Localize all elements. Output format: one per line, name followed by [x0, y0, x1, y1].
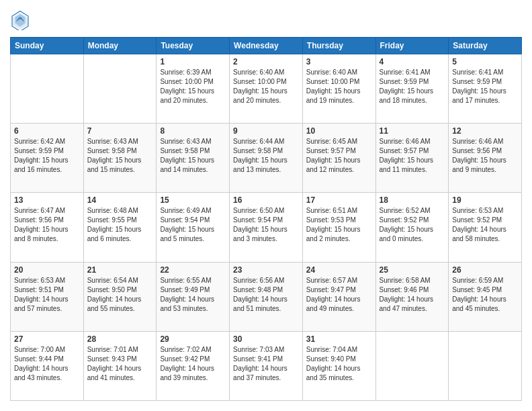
calendar-cell: 5Sunrise: 6:41 AM Sunset: 9:59 PM Daylig… — [449, 54, 522, 124]
calendar-cell: 2Sunrise: 6:40 AM Sunset: 10:00 PM Dayli… — [230, 54, 303, 124]
header — [10, 10, 522, 30]
day-number: 19 — [452, 195, 518, 205]
calendar-cell: 8Sunrise: 6:43 AM Sunset: 9:58 PM Daylig… — [157, 124, 230, 193]
day-info: Sunrise: 7:01 AM Sunset: 9:43 PM Dayligh… — [87, 345, 153, 383]
day-info: Sunrise: 6:39 AM Sunset: 10:00 PM Daylig… — [160, 68, 226, 105]
calendar-cell — [83, 54, 157, 124]
day-number: 7 — [87, 126, 153, 136]
logo — [10, 10, 34, 30]
week-row-3: 13Sunrise: 6:47 AM Sunset: 9:56 PM Dayli… — [11, 193, 522, 262]
day-info: Sunrise: 7:02 AM Sunset: 9:42 PM Dayligh… — [160, 345, 226, 383]
day-info: Sunrise: 6:53 AM Sunset: 9:52 PM Dayligh… — [452, 206, 518, 244]
day-number: 20 — [14, 265, 80, 275]
day-number: 23 — [233, 265, 299, 275]
day-info: Sunrise: 6:48 AM Sunset: 9:55 PM Dayligh… — [87, 206, 153, 244]
calendar-cell: 16Sunrise: 6:50 AM Sunset: 9:54 PM Dayli… — [230, 193, 303, 262]
day-number: 12 — [452, 126, 518, 136]
day-number: 31 — [306, 334, 372, 344]
calendar-cell: 12Sunrise: 6:46 AM Sunset: 9:56 PM Dayli… — [449, 124, 522, 193]
day-info: Sunrise: 6:54 AM Sunset: 9:50 PM Dayligh… — [87, 276, 153, 314]
day-info: Sunrise: 6:43 AM Sunset: 9:58 PM Dayligh… — [160, 137, 226, 175]
calendar: SundayMondayTuesdayWednesdayThursdayFrid… — [10, 37, 522, 401]
weekday-header-row: SundayMondayTuesdayWednesdayThursdayFrid… — [11, 38, 522, 54]
day-number: 10 — [306, 126, 372, 136]
week-row-4: 20Sunrise: 6:53 AM Sunset: 9:51 PM Dayli… — [11, 262, 522, 331]
calendar-cell: 14Sunrise: 6:48 AM Sunset: 9:55 PM Dayli… — [83, 193, 157, 262]
day-number: 14 — [87, 195, 153, 205]
calendar-cell: 30Sunrise: 7:03 AM Sunset: 9:41 PM Dayli… — [230, 331, 303, 400]
day-number: 18 — [380, 195, 445, 205]
day-info: Sunrise: 6:43 AM Sunset: 9:58 PM Dayligh… — [87, 137, 153, 175]
day-number: 16 — [233, 195, 299, 205]
day-info: Sunrise: 7:03 AM Sunset: 9:41 PM Dayligh… — [233, 345, 299, 383]
day-number: 2 — [233, 57, 299, 66]
calendar-cell: 21Sunrise: 6:54 AM Sunset: 9:50 PM Dayli… — [83, 262, 157, 331]
calendar-cell: 9Sunrise: 6:44 AM Sunset: 9:58 PM Daylig… — [230, 124, 303, 193]
weekday-header-sunday: Sunday — [11, 38, 84, 54]
day-number: 6 — [14, 126, 80, 136]
calendar-cell: 24Sunrise: 6:57 AM Sunset: 9:47 PM Dayli… — [302, 262, 375, 331]
calendar-cell: 18Sunrise: 6:52 AM Sunset: 9:52 PM Dayli… — [375, 193, 449, 262]
day-info: Sunrise: 6:42 AM Sunset: 9:59 PM Dayligh… — [14, 137, 80, 175]
calendar-cell: 4Sunrise: 6:41 AM Sunset: 9:59 PM Daylig… — [375, 54, 449, 124]
calendar-cell — [11, 54, 84, 124]
weekday-header-tuesday: Tuesday — [157, 38, 230, 54]
calendar-cell: 13Sunrise: 6:47 AM Sunset: 9:56 PM Dayli… — [11, 193, 84, 262]
calendar-cell — [449, 331, 522, 400]
day-number: 27 — [14, 334, 80, 344]
day-info: Sunrise: 6:58 AM Sunset: 9:46 PM Dayligh… — [380, 276, 445, 314]
day-info: Sunrise: 6:59 AM Sunset: 9:45 PM Dayligh… — [452, 276, 518, 314]
day-info: Sunrise: 6:41 AM Sunset: 9:59 PM Dayligh… — [452, 68, 518, 105]
calendar-cell: 26Sunrise: 6:59 AM Sunset: 9:45 PM Dayli… — [449, 262, 522, 331]
day-info: Sunrise: 7:04 AM Sunset: 9:40 PM Dayligh… — [306, 345, 372, 383]
week-row-1: 1Sunrise: 6:39 AM Sunset: 10:00 PM Dayli… — [11, 54, 522, 124]
day-info: Sunrise: 6:40 AM Sunset: 10:00 PM Daylig… — [306, 68, 372, 105]
calendar-cell: 27Sunrise: 7:00 AM Sunset: 9:44 PM Dayli… — [11, 331, 84, 400]
page: SundayMondayTuesdayWednesdayThursdayFrid… — [0, 0, 532, 411]
day-info: Sunrise: 6:57 AM Sunset: 9:47 PM Dayligh… — [306, 276, 372, 314]
day-info: Sunrise: 6:46 AM Sunset: 9:56 PM Dayligh… — [452, 137, 518, 175]
calendar-cell: 22Sunrise: 6:55 AM Sunset: 9:49 PM Dayli… — [157, 262, 230, 331]
calendar-cell: 23Sunrise: 6:56 AM Sunset: 9:48 PM Dayli… — [230, 262, 303, 331]
calendar-cell: 6Sunrise: 6:42 AM Sunset: 9:59 PM Daylig… — [11, 124, 84, 193]
calendar-cell: 7Sunrise: 6:43 AM Sunset: 9:58 PM Daylig… — [83, 124, 157, 193]
calendar-cell: 3Sunrise: 6:40 AM Sunset: 10:00 PM Dayli… — [302, 54, 375, 124]
weekday-header-friday: Friday — [375, 38, 449, 54]
day-number: 5 — [452, 57, 518, 66]
weekday-header-monday: Monday — [83, 38, 157, 54]
calendar-cell: 17Sunrise: 6:51 AM Sunset: 9:53 PM Dayli… — [302, 193, 375, 262]
day-number: 4 — [380, 57, 445, 66]
day-number: 22 — [160, 265, 226, 275]
weekday-header-thursday: Thursday — [302, 38, 375, 54]
logo-icon — [10, 10, 30, 30]
day-info: Sunrise: 6:45 AM Sunset: 9:57 PM Dayligh… — [306, 137, 372, 175]
weekday-header-wednesday: Wednesday — [230, 38, 303, 54]
calendar-cell: 28Sunrise: 7:01 AM Sunset: 9:43 PM Dayli… — [83, 331, 157, 400]
calendar-cell: 10Sunrise: 6:45 AM Sunset: 9:57 PM Dayli… — [302, 124, 375, 193]
day-info: Sunrise: 6:56 AM Sunset: 9:48 PM Dayligh… — [233, 276, 299, 314]
calendar-cell: 1Sunrise: 6:39 AM Sunset: 10:00 PM Dayli… — [157, 54, 230, 124]
day-info: Sunrise: 6:44 AM Sunset: 9:58 PM Dayligh… — [233, 137, 299, 175]
day-number: 17 — [306, 195, 372, 205]
day-info: Sunrise: 6:47 AM Sunset: 9:56 PM Dayligh… — [14, 206, 80, 244]
day-number: 21 — [87, 265, 153, 275]
weekday-header-saturday: Saturday — [449, 38, 522, 54]
day-number: 24 — [306, 265, 372, 275]
day-number: 29 — [160, 334, 226, 344]
day-number: 8 — [160, 126, 226, 136]
calendar-cell: 15Sunrise: 6:49 AM Sunset: 9:54 PM Dayli… — [157, 193, 230, 262]
day-number: 11 — [380, 126, 445, 136]
day-info: Sunrise: 6:55 AM Sunset: 9:49 PM Dayligh… — [160, 276, 226, 314]
day-info: Sunrise: 6:40 AM Sunset: 10:00 PM Daylig… — [233, 68, 299, 105]
day-info: Sunrise: 6:49 AM Sunset: 9:54 PM Dayligh… — [160, 206, 226, 244]
calendar-cell: 29Sunrise: 7:02 AM Sunset: 9:42 PM Dayli… — [157, 331, 230, 400]
day-info: Sunrise: 7:00 AM Sunset: 9:44 PM Dayligh… — [14, 345, 80, 383]
day-number: 28 — [87, 334, 153, 344]
day-info: Sunrise: 6:51 AM Sunset: 9:53 PM Dayligh… — [306, 206, 372, 244]
day-number: 1 — [160, 57, 226, 66]
calendar-cell: 11Sunrise: 6:46 AM Sunset: 9:57 PM Dayli… — [375, 124, 449, 193]
day-number: 9 — [233, 126, 299, 136]
day-number: 26 — [452, 265, 518, 275]
calendar-cell: 19Sunrise: 6:53 AM Sunset: 9:52 PM Dayli… — [449, 193, 522, 262]
day-number: 30 — [233, 334, 299, 344]
